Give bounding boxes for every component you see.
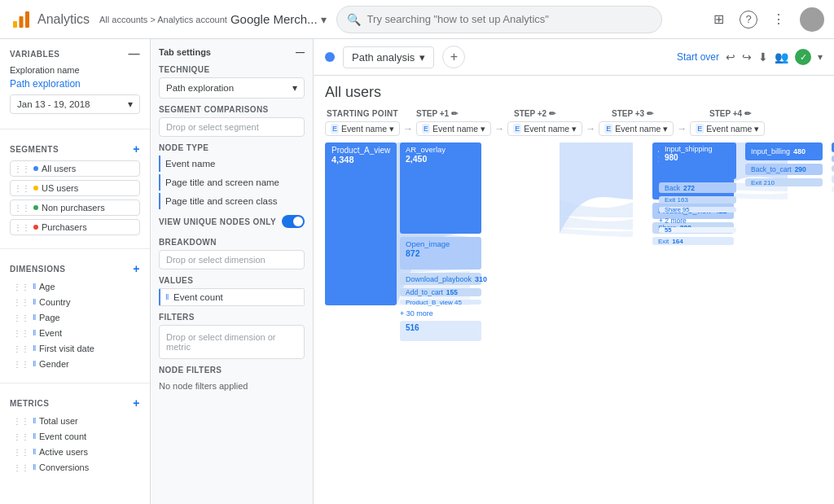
metric-conversions[interactable]: ⋮⋮ⅡConversions [10, 461, 140, 474]
more-vert-icon[interactable]: ⋮ [770, 11, 787, 28]
node-download-playbook[interactable]: Download_playbook 310 [400, 273, 481, 285]
path-analysis-button[interactable]: Path analysis ▾ [343, 46, 434, 68]
dimension-first-visit[interactable]: ⋮⋮ⅡFirst visit date [10, 342, 140, 355]
search-input[interactable] [367, 13, 652, 25]
segments-title: SEGMENTS [10, 145, 59, 154]
node-name: Share 95 [665, 206, 689, 213]
add-metric-icon[interactable]: + [133, 397, 140, 410]
node-selectors-row: E Event name ▾ → E Event name ▾ → E Even… [325, 121, 823, 136]
technique-value: Path exploration [166, 83, 234, 93]
node-selector-start[interactable]: E Event name ▾ [325, 121, 400, 136]
minimize-tab-settings-icon[interactable]: — [296, 47, 305, 57]
node-product-b-view[interactable]: Product_B_view 45 [400, 300, 481, 305]
chevron-down-path-icon: ▾ [419, 51, 425, 64]
node-input-shipping[interactable]: Input_shipping 980 [659, 142, 736, 179]
edit-step2-icon[interactable]: ✏ [549, 109, 555, 118]
help-icon[interactable]: ? [740, 11, 757, 28]
segment-all-users[interactable]: ⋮⋮ All users [10, 160, 140, 177]
chevron-down-icon[interactable]: ▾ [321, 13, 327, 26]
technique-dropdown[interactable]: Path exploration ▾ [159, 77, 305, 99]
segment-dot [33, 186, 38, 191]
segment-non-purchasers[interactable]: ⋮⋮ Non purchasers [10, 199, 140, 216]
grid-icon[interactable]: ⊞ [710, 11, 726, 28]
app-name: Analytics [37, 12, 90, 27]
more-link-step1[interactable]: + 30 more [400, 308, 481, 319]
add-segment-icon[interactable]: + [133, 142, 140, 156]
node-filters-label: NODE FILTERS [159, 366, 305, 375]
start-over-button[interactable]: Start over [677, 51, 719, 63]
node-selector-step3[interactable]: E Event name ▾ [599, 121, 674, 136]
node-type-page-screen-class[interactable]: Page title and screen class [159, 193, 305, 209]
segment-purchasers[interactable]: ⋮⋮ Purchasers [10, 219, 140, 235]
dimension-age[interactable]: ⋮⋮ⅡAge [10, 280, 140, 293]
node-type-page-screen-name[interactable]: Page title and screen name [159, 174, 305, 191]
node-more-step3[interactable]: 55 [659, 227, 736, 233]
share-icon[interactable]: 👥 [775, 50, 788, 64]
exploration-name-label: Exploration name [10, 65, 140, 75]
node-selector-step4[interactable]: E Event name ▾ [690, 121, 765, 136]
arrow-connector-2: → [493, 123, 506, 134]
toolbar-right: Start over ↩ ↪ ⬇ 👥 ✓ ▾ [677, 49, 823, 65]
date-range-selector[interactable]: Jan 13 - 19, 2018 ▾ [10, 94, 140, 114]
node-input-billing[interactable]: Input_billing 480 [745, 142, 823, 160]
node-open-image[interactable]: Open_image 872 [400, 237, 481, 270]
edit-step3-icon[interactable]: ✏ [647, 109, 653, 118]
node-exit-step3[interactable]: Exit 163 [659, 196, 736, 204]
chevron-down-status-icon: ▾ [818, 51, 823, 63]
segment-comparisons-dropdown[interactable]: Drop or select segment [159, 117, 305, 137]
logo-area: Analytics [10, 8, 90, 31]
node-selector-step1-label: Event name [432, 124, 478, 134]
filters-dropdown[interactable]: Drop or select dimension or metric [159, 325, 305, 359]
step4-column: Input_billing 480 Back_to_cart 290 Exit … [745, 142, 823, 186]
dimension-event[interactable]: ⋮⋮ⅡEvent [10, 327, 140, 340]
dimension-gender[interactable]: ⋮⋮ⅡGender [10, 357, 140, 370]
node-exit-step2[interactable]: Exit 164 [652, 237, 734, 245]
avatar[interactable] [800, 7, 824, 32]
node-back-to-cart[interactable]: Back_to_cart 290 [745, 164, 823, 175]
edit-step4-icon[interactable]: ✏ [744, 109, 751, 118]
node-type-event-name[interactable]: Event name [159, 156, 305, 172]
path-circle-icon [325, 52, 335, 62]
more-link-step3[interactable]: + 2 more [659, 216, 736, 226]
unique-nodes-toggle[interactable] [282, 215, 305, 228]
node-selector-step2[interactable]: E Event name ▾ [507, 121, 582, 136]
metric-active-users[interactable]: ⋮⋮ⅡActive users [10, 445, 140, 458]
node-exit-step4[interactable]: Exit 210 [745, 178, 823, 186]
node-ar-overlay[interactable]: AR_overlay 2,450 [400, 142, 481, 234]
node-add-to-cart-step1[interactable]: Add_to_cart 155 [400, 288, 481, 296]
svg-rect-2 [25, 11, 29, 28]
metric-event-count[interactable]: ⋮⋮ⅡEvent count [10, 430, 140, 443]
values-item[interactable]: Ⅱ Event count [159, 288, 305, 306]
minimize-variables-icon[interactable]: — [129, 47, 141, 60]
sankey-area: STARTING POINT STEP +1 ✏ STEP +2 ✏ STEP … [314, 109, 834, 353]
node-back-step3[interactable]: Back 272 [659, 182, 736, 193]
filters-label: FILTERS [159, 313, 305, 322]
metric-total-user[interactable]: ⋮⋮ⅡTotal user [10, 414, 140, 427]
undo-icon[interactable]: ↩ [726, 50, 735, 64]
chevron-down-node-step1-icon: ▾ [481, 124, 485, 134]
segment-handle-icon: ⋮⋮ [14, 164, 30, 173]
breakdown-dropdown[interactable]: Drop or select dimension [159, 250, 305, 270]
variables-title: Variables [10, 50, 60, 59]
download-icon[interactable]: ⬇ [758, 50, 768, 64]
add-dimension-icon[interactable]: + [133, 262, 140, 275]
dimension-country[interactable]: ⋮⋮ⅡCountry [10, 296, 140, 309]
node-more-step1[interactable]: 516 [400, 321, 481, 341]
starting-node[interactable]: Product_A_view 4,348 [325, 142, 397, 305]
segment-label: Purchasers [42, 222, 87, 232]
starting-column: Product_A_view 4,348 [325, 142, 397, 305]
segment-label: All users [42, 164, 76, 173]
add-tab-button[interactable]: + [442, 46, 465, 68]
redo-icon[interactable]: ↪ [742, 50, 752, 64]
node-share-step3[interactable]: Share 95 [659, 207, 736, 213]
dim-type-icon: Ⅱ [33, 283, 36, 291]
dimension-page[interactable]: ⋮⋮ⅡPage [10, 311, 140, 324]
node-selector-step1[interactable]: E Event name ▾ [416, 121, 491, 136]
dimension-label: Page [39, 313, 60, 322]
chart-area: Path analysis ▾ + Start over ↩ ↪ ⬇ 👥 ✓ ▾… [314, 39, 834, 504]
segment-us-users[interactable]: ⋮⋮ US users [10, 180, 140, 196]
node-name: Exit 210 [751, 179, 775, 186]
edit-step1-icon[interactable]: ✏ [451, 109, 458, 118]
search-bar[interactable]: 🔍 [336, 6, 662, 33]
step1-column: AR_overlay 2,450 Open_image 872 Download… [400, 142, 481, 341]
